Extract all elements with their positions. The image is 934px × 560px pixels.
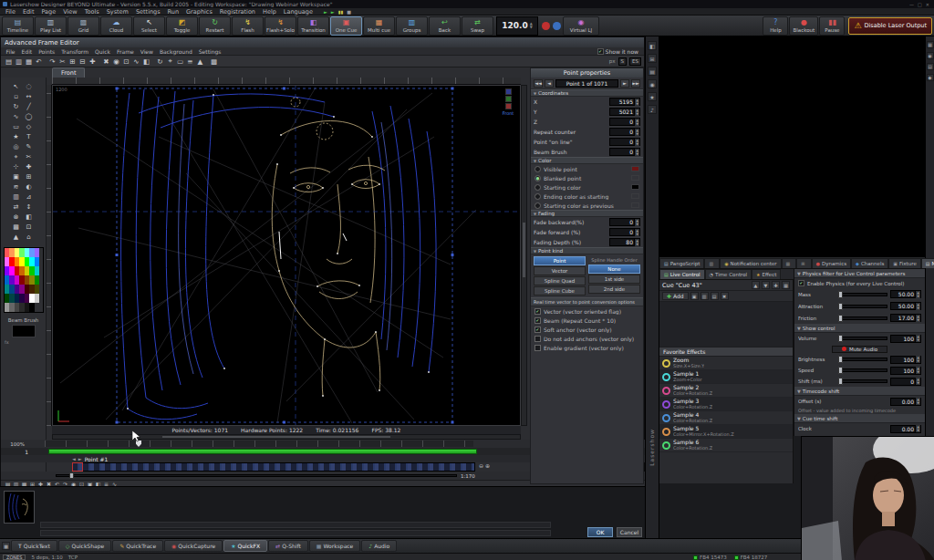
transport-button[interactable]: ▮▮ [337, 9, 346, 15]
color-swatch[interactable] [631, 193, 639, 199]
control-tab[interactable]: ◔ Time Control [705, 269, 752, 279]
field-input[interactable]: 0▲▼ [609, 138, 640, 146]
editor-menu-item[interactable]: Points [36, 48, 58, 55]
editor-menu-item[interactable]: Background [156, 48, 195, 55]
tool-button[interactable]: ▫ [10, 91, 23, 101]
favorite-effect-item[interactable]: Zoom Size.X+Size.Y [659, 357, 793, 370]
editor-toolbar-icon[interactable]: ▲ [195, 57, 205, 67]
menu-item[interactable]: Settings [132, 8, 164, 16]
quick-tab[interactable]: ♪ Audio [361, 540, 397, 552]
transport-button[interactable]: ■ [345, 9, 353, 15]
editor-menu-item[interactable]: Edit [18, 48, 36, 55]
point-kind-button[interactable]: Spline Quad [534, 276, 586, 285]
zones-button[interactable]: ZONES [3, 555, 26, 560]
toolbar-button[interactable]: ▤ Timeline [2, 16, 34, 36]
favorite-effect-item[interactable]: Sample 5 Color+Mirror.X+Rotation.Z [659, 425, 793, 439]
editor-toolbar-icon[interactable]: ✂ [57, 57, 67, 67]
handle-order-button[interactable]: None [588, 264, 640, 274]
tool-button[interactable]: ✎ [23, 141, 36, 151]
palette-color[interactable] [29, 303, 35, 312]
slider-track[interactable] [839, 305, 887, 308]
palette-color[interactable] [35, 248, 40, 257]
beat-sync-icon[interactable] [553, 22, 561, 30]
editor-menu-item[interactable]: Quick [92, 48, 114, 55]
favorite-effect-item[interactable]: Sample 1 Zoom+Color [659, 370, 793, 384]
first-point-button[interactable]: ◄◄ [534, 79, 543, 88]
tool-button[interactable]: ↖ [10, 81, 23, 91]
enable-physics-checkbox[interactable]: ✔ [798, 280, 804, 286]
far-strip-icon[interactable]: ▦ [927, 41, 934, 48]
laser-preview-area[interactable] [659, 36, 925, 258]
palette-color[interactable] [35, 266, 40, 275]
tool-button[interactable]: ≋ [10, 181, 23, 192]
color-option-radio[interactable] [534, 166, 541, 172]
editor-toolbar-icon[interactable]: ↻ [155, 57, 165, 67]
transport-button[interactable]: ► [322, 9, 329, 15]
slider-value[interactable]: 50.00▲▼ [890, 290, 921, 298]
dock-icon[interactable]: ⊞ [648, 54, 657, 63]
editor-toolbar-icon[interactable]: ≡ [185, 57, 195, 67]
timeline-track-a[interactable] [40, 522, 551, 528]
tool-button[interactable]: ▥ [10, 192, 23, 202]
field-input[interactable]: 0▲▼ [609, 128, 640, 136]
tool-button[interactable]: ⌂ [23, 232, 36, 242]
tool-button[interactable]: ◇ [23, 121, 36, 131]
disable-laser-output-button[interactable]: ⚠ Disable Laser Output [848, 17, 932, 35]
editor-menu-item[interactable]: Frame [114, 48, 138, 55]
color-option-radio[interactable]: ● [534, 175, 541, 181]
conversion-checkbox[interactable]: ✔ [534, 317, 541, 324]
point-kind-section-header[interactable]: ▼Point kind [531, 247, 643, 254]
tool-button[interactable]: ✚ [23, 161, 36, 171]
tool-button[interactable]: ▣ [10, 171, 23, 181]
slider-value[interactable]: 100▲▼ [890, 356, 921, 364]
dock-icon[interactable]: ◉ [648, 79, 657, 88]
frame-thumbnail[interactable] [4, 491, 35, 524]
bpm-stepper[interactable]: ▲▼ [530, 22, 533, 29]
palette-color[interactable] [35, 294, 40, 303]
transport-button[interactable]: ► [329, 9, 337, 15]
quick-tab[interactable]: ★ QuickFX [223, 540, 267, 552]
menu-item[interactable]: Run [164, 8, 182, 16]
point-kind-button[interactable]: Point [534, 256, 586, 265]
menu-item[interactable]: Page [37, 8, 59, 16]
tool-button[interactable]: ⊹ [10, 161, 23, 171]
slider-track[interactable] [839, 379, 887, 383]
dock-tab[interactable]: ▥ [704, 258, 720, 268]
color-section-header[interactable]: ▼Color [531, 157, 643, 164]
toolbar-button[interactable]: ↻ Restart [199, 16, 231, 36]
tool-button[interactable]: ◌ [23, 81, 36, 91]
handle-order-button[interactable]: 2nd side [588, 285, 640, 294]
frame-thumbnail-strip[interactable] [72, 462, 475, 472]
mute-audio-button[interactable]: Mute Audio [832, 346, 887, 353]
menu-item[interactable]: Help [259, 8, 280, 16]
tool-button[interactable]: ⇄ [10, 202, 23, 212]
editor-toolbar-icon[interactable]: ▩ [209, 57, 219, 67]
quick-tab[interactable]: ▦ Workspace [309, 540, 360, 552]
point-index-display[interactable]: Point 1 of 1071 [555, 79, 618, 88]
timeline-zoom-slider[interactable] [56, 474, 457, 477]
tool-button[interactable]: ▩ [10, 222, 23, 232]
physics-header[interactable]: ▼Physics filter for Live Control paramet… [794, 269, 925, 278]
dock-icon[interactable]: ◧ [648, 41, 657, 50]
tool-button[interactable]: ▲ [10, 232, 23, 242]
quick-tab[interactable]: ◉ QuickCapture [164, 540, 223, 552]
tool-button[interactable]: ◐ [23, 181, 36, 192]
front-view-tab[interactable]: Front [52, 67, 85, 78]
help-button[interactable]: ? Help [763, 16, 788, 36]
toolbar-button[interactable]: ☁ Cloud [100, 16, 132, 36]
tool-button[interactable]: ★ [10, 131, 23, 141]
device-status[interactable]: FB4 15473 [693, 555, 727, 560]
menu-item[interactable]: Graphics [182, 8, 216, 16]
slider-knob[interactable] [838, 335, 843, 342]
dock-tab[interactable]: ▦ [782, 258, 797, 268]
cue-action-icon[interactable]: ✚ [772, 281, 780, 289]
tool-button[interactable]: ◯ [23, 111, 36, 121]
far-strip-icon[interactable]: ◉ [927, 52, 934, 59]
quick-tab[interactable]: ◇ QuickShape [58, 540, 111, 552]
show-control-header[interactable]: ▼Show control [794, 324, 925, 333]
axis-x-icon[interactable] [505, 103, 512, 109]
far-strip-icon[interactable]: ▤ [927, 63, 934, 70]
tool-button[interactable]: ╱ [23, 101, 36, 111]
conversion-checkbox[interactable]: ✔ [534, 327, 541, 333]
editor-menu-item[interactable]: View [137, 48, 156, 55]
